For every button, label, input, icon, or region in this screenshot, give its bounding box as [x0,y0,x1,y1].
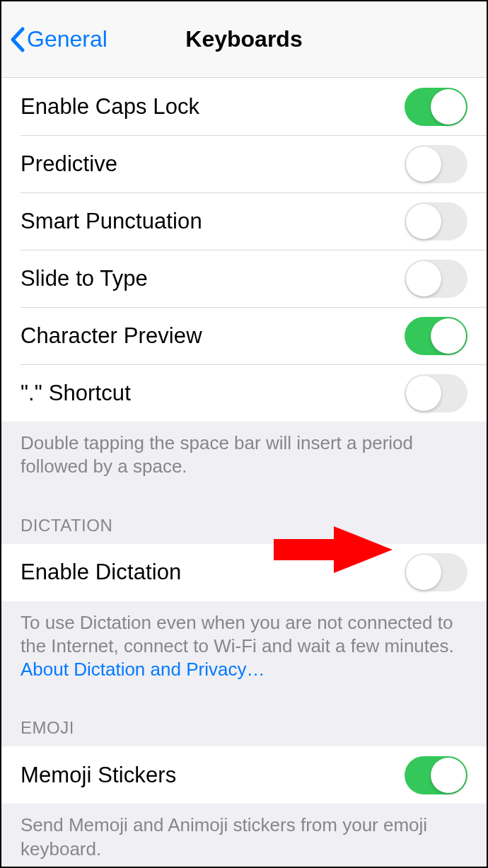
toggle-enable-dictation[interactable] [405,553,467,591]
toggle-predictive[interactable] [405,145,467,183]
row-predictive: Predictive [1,135,487,192]
navbar: General Keyboards [1,1,487,78]
toggle-slide-to-type[interactable] [405,260,467,298]
settings-group-dictation: DICTATION Enable Dictation To use Dictat… [1,494,487,698]
row-label: Slide to Type [21,266,148,291]
row-label: Character Preview [21,323,202,349]
toggle-memoji-stickers[interactable] [405,756,467,794]
toggle-enable-caps-lock[interactable] [405,88,467,126]
row-slide-to-type: Slide to Type [1,250,487,307]
chevron-left-icon [8,26,25,53]
row-label: Predictive [21,151,117,177]
settings-group-typing: Enable Caps Lock Predictive Smart Punctu… [1,78,487,494]
toggle-character-preview[interactable] [405,317,467,355]
group-header: EMOJI [1,697,487,746]
toggle-smart-punctuation[interactable] [405,202,467,241]
back-button[interactable]: General [1,26,108,53]
about-dictation-link[interactable]: About Dictation and Privacy… [21,659,265,680]
settings-content: Enable Caps Lock Predictive Smart Punctu… [1,78,487,868]
row-enable-dictation: Enable Dictation [1,544,487,601]
group-footer: Double tapping the space bar will insert… [1,422,487,494]
row-character-preview: Character Preview [1,307,487,364]
back-label: General [27,26,108,52]
row-label: Enable Dictation [21,560,181,585]
settings-group-emoji: EMOJI Memoji Stickers Send Memoji and An… [1,697,487,868]
group-header: DICTATION [1,494,487,544]
row-label: Smart Punctuation [21,209,202,234]
row-memoji-stickers: Memoji Stickers [1,746,487,804]
row-period-shortcut: "." Shortcut [1,364,487,422]
dictation-footer-text: To use Dictation even when you are not c… [21,612,454,656]
group-footer: To use Dictation even when you are not c… [1,601,487,698]
row-label: "." Shortcut [21,381,131,406]
row-smart-punctuation: Smart Punctuation [1,192,487,250]
row-label: Memoji Stickers [21,763,176,788]
row-label: Enable Caps Lock [21,94,199,120]
toggle-period-shortcut[interactable] [405,374,467,412]
row-enable-caps-lock: Enable Caps Lock [1,78,487,135]
group-footer: Send Memoji and Animoji stickers from yo… [1,804,487,868]
